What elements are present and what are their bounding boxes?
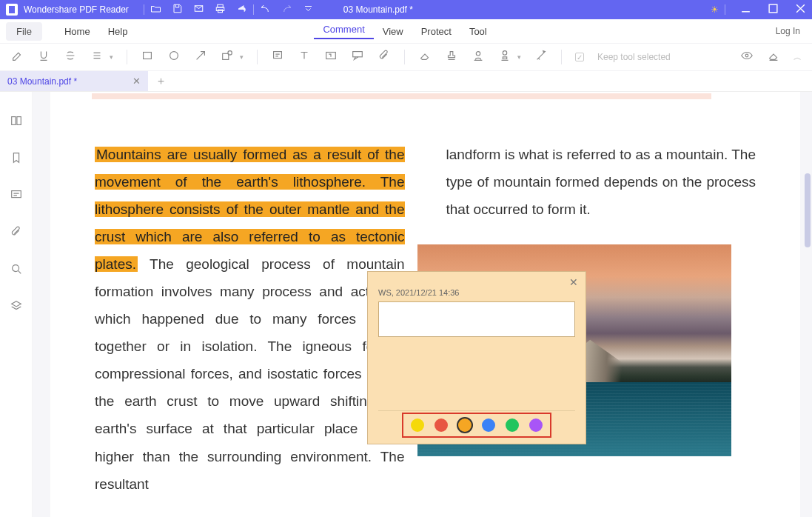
textbox-icon[interactable] <box>324 49 338 65</box>
share-icon[interactable] <box>236 3 247 16</box>
underline-icon[interactable] <box>37 49 50 65</box>
document-title: 03 Mountain.pdf * <box>343 4 413 15</box>
circle-icon[interactable] <box>167 49 181 65</box>
text-icon[interactable] <box>298 49 311 65</box>
eraser-icon[interactable] <box>418 49 432 65</box>
side-panel <box>0 92 33 517</box>
divider <box>378 410 575 411</box>
tab-bar: 03 Mountain.pdf * ✕ ＋ <box>0 71 812 92</box>
svg-point-13 <box>503 51 506 55</box>
shape-dropdown-icon[interactable] <box>221 49 234 65</box>
visibility-icon[interactable] <box>740 49 754 65</box>
chevron-down-icon[interactable]: ▾ <box>240 53 244 61</box>
open-folder-icon[interactable] <box>150 3 161 16</box>
color-purple[interactable] <box>529 418 543 432</box>
body-text: landform is what is referred to as a mou… <box>446 147 756 217</box>
view-menu[interactable]: View <box>374 26 412 37</box>
minimize-icon[interactable] <box>740 3 751 16</box>
svg-rect-4 <box>769 4 777 13</box>
close-tab-icon[interactable]: ✕ <box>132 76 141 87</box>
svg-rect-5 <box>144 53 152 59</box>
decorative-bar <box>92 93 711 99</box>
annotation-note-input[interactable] <box>378 301 575 337</box>
color-orange[interactable] <box>458 418 472 432</box>
strikethrough-icon[interactable] <box>64 49 77 65</box>
new-tab-button[interactable]: ＋ <box>148 74 174 88</box>
color-green[interactable] <box>506 418 519 432</box>
arrow-icon[interactable] <box>194 49 207 65</box>
thumbnails-icon[interactable] <box>10 114 23 130</box>
erase-all-icon[interactable] <box>767 49 780 65</box>
annotation-timestamp: 2021/12/21 14:36 <box>396 288 460 297</box>
close-popup-icon[interactable]: ✕ <box>569 276 578 288</box>
scrollbar-thumb[interactable] <box>805 173 811 247</box>
tool-menu[interactable]: Tool <box>460 26 496 37</box>
protect-menu[interactable]: Protect <box>412 26 460 37</box>
svg-point-18 <box>12 265 19 272</box>
svg-rect-1 <box>218 4 224 7</box>
save-icon[interactable] <box>172 3 183 16</box>
stamp-dropdown-icon[interactable] <box>498 49 511 65</box>
chevron-down-icon[interactable]: ▾ <box>517 53 521 61</box>
comment-menu[interactable]: Comment <box>314 24 373 39</box>
tab-label: 03 Mountain.pdf * <box>7 76 77 87</box>
svg-rect-9 <box>274 52 282 59</box>
menu-bar: File Home Help Comment View Protect Tool… <box>0 19 812 43</box>
list-icon[interactable] <box>90 49 104 65</box>
help-menu[interactable]: Help <box>99 26 137 37</box>
mail-icon[interactable] <box>193 3 204 16</box>
color-picker <box>402 413 551 438</box>
svg-rect-11 <box>353 52 363 57</box>
color-blue[interactable] <box>482 418 495 432</box>
page-viewport[interactable]: Mountains are usually formed as a result… <box>33 92 812 517</box>
svg-rect-2 <box>216 7 224 11</box>
comments-icon[interactable] <box>10 188 23 204</box>
color-red[interactable] <box>434 418 448 432</box>
body-text: The geological process of mountain forma… <box>95 256 405 491</box>
svg-rect-15 <box>11 117 15 125</box>
signature-icon[interactable] <box>472 49 485 65</box>
annotation-popup: ✕ WS, 2021/12/21 14:36 <box>367 271 586 444</box>
svg-point-8 <box>228 51 232 55</box>
bookmarks-icon[interactable] <box>10 151 23 167</box>
search-icon[interactable] <box>10 262 23 278</box>
title-bar: Wondershare PDF Reader 03 Mountain.pdf *… <box>0 0 812 19</box>
chevron-down-icon[interactable]: ▾ <box>110 53 113 61</box>
app-name: Wondershare PDF Reader <box>24 4 129 15</box>
document-tab[interactable]: 03 Mountain.pdf * ✕ <box>0 71 148 91</box>
keep-tool-label: Keep tool selected <box>597 52 671 62</box>
measure-icon[interactable] <box>534 49 548 65</box>
svg-point-14 <box>745 54 748 57</box>
stamp-icon[interactable] <box>445 49 458 65</box>
comment-toolbar: ▾ ▾ ▾ ✓ Keep tool selected ︿ <box>0 43 812 71</box>
collapse-icon[interactable]: ︿ <box>793 52 802 63</box>
rectangle-icon[interactable] <box>141 49 154 65</box>
annotation-author: WS, <box>378 288 394 297</box>
print-icon[interactable] <box>215 3 226 16</box>
home-menu[interactable]: Home <box>56 26 99 37</box>
color-yellow[interactable] <box>411 418 424 432</box>
svg-rect-17 <box>11 191 21 198</box>
theme-icon[interactable]: ☀ <box>711 4 719 15</box>
svg-rect-7 <box>223 53 229 59</box>
attachments-icon[interactable] <box>10 225 23 241</box>
login-link[interactable]: Log In <box>776 26 800 36</box>
layers-icon[interactable] <box>10 299 23 316</box>
callout-icon[interactable] <box>351 49 364 65</box>
app-logo <box>6 4 18 16</box>
keep-tool-checkbox[interactable]: ✓ <box>575 53 584 61</box>
svg-point-12 <box>476 52 480 56</box>
close-window-icon[interactable] <box>795 3 806 16</box>
maximize-icon[interactable] <box>768 3 779 16</box>
note-icon[interactable] <box>271 49 284 65</box>
attachment-icon[interactable] <box>378 49 391 65</box>
left-column: Mountains are usually formed as a result… <box>95 141 405 498</box>
undo-icon[interactable] <box>260 3 271 16</box>
svg-rect-16 <box>16 117 20 125</box>
redo-icon[interactable] <box>281 3 292 16</box>
highlight-icon[interactable] <box>10 49 24 65</box>
dropdown-icon[interactable] <box>303 3 314 16</box>
file-menu[interactable]: File <box>6 22 42 41</box>
svg-point-6 <box>170 52 178 60</box>
highlighted-text[interactable]: Mountains are usually formed as a result… <box>95 147 405 272</box>
